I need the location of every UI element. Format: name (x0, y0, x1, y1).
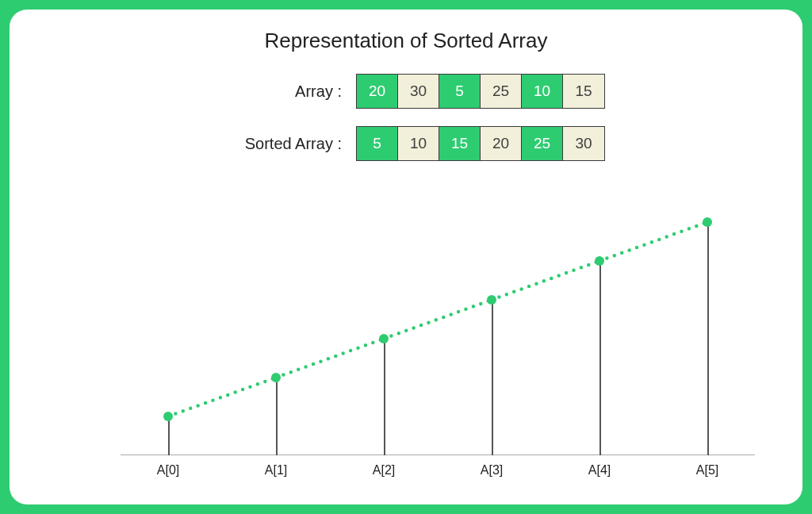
chart-point (595, 256, 604, 266)
array-section: Array : 20 30 5 25 10 15 Sorted Array : … (10, 74, 802, 161)
sorted-cell: 10 (398, 127, 439, 160)
chart-point (379, 334, 389, 343)
array-cells: 20 30 5 25 10 15 (356, 74, 605, 109)
x-tick-label: A[4] (588, 463, 611, 478)
array-label: Array : (207, 82, 342, 101)
svg-line-3 (492, 261, 599, 300)
chart-stem (599, 261, 601, 455)
chart-stem (707, 222, 709, 455)
sorted-cell: 5 (357, 127, 398, 160)
trend-line (121, 206, 755, 485)
sorted-cell: 25 (522, 127, 563, 160)
x-tick-label: A[2] (373, 463, 395, 478)
array-cell: 30 (398, 75, 439, 108)
sorted-cell: 30 (563, 127, 604, 160)
x-tick-label: A[0] (157, 463, 179, 478)
diagram-frame: Representation of Sorted Array Array : 2… (10, 10, 802, 504)
array-cell: 5 (439, 75, 481, 108)
chart-stem (492, 300, 493, 455)
array-cell: 10 (522, 75, 563, 108)
array-cell: 20 (357, 75, 398, 108)
x-tick-label: A[1] (265, 463, 287, 478)
page-title: Representation of Sorted Array (10, 29, 802, 53)
chart-point (163, 412, 173, 421)
chart-point (487, 295, 496, 305)
svg-line-0 (168, 378, 276, 416)
stem-chart: A[0]A[1]A[2]A[3]A[4]A[5] (121, 206, 755, 485)
sorted-label: Sorted Array : (207, 135, 342, 153)
sorted-cell: 20 (481, 127, 522, 160)
chart-stem (168, 416, 170, 455)
sorted-row: Sorted Array : 5 10 15 20 25 30 (207, 126, 605, 161)
svg-line-1 (276, 339, 384, 378)
svg-line-2 (384, 300, 492, 339)
x-axis (121, 455, 755, 456)
chart-point (703, 217, 712, 227)
x-tick-label: A[5] (696, 463, 718, 478)
array-row: Array : 20 30 5 25 10 15 (207, 74, 605, 109)
chart-stem (276, 378, 278, 455)
chart-stem (384, 339, 385, 455)
sorted-cell: 15 (439, 127, 481, 160)
chart-point (271, 373, 281, 382)
x-tick-label: A[3] (481, 463, 503, 478)
array-cell: 15 (563, 75, 604, 108)
array-cell: 25 (481, 75, 522, 108)
sorted-cells: 5 10 15 20 25 30 (356, 126, 605, 161)
svg-line-4 (599, 222, 707, 261)
